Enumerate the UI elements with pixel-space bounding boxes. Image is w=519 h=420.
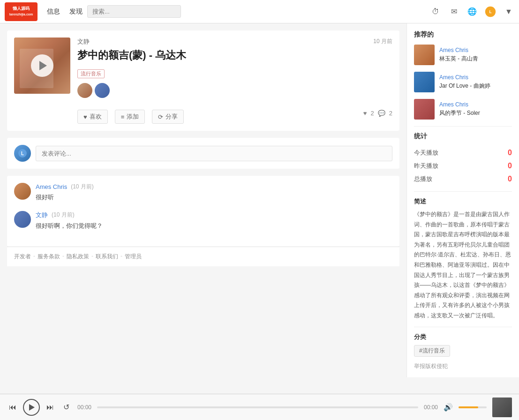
comment-text-1: 很好听 xyxy=(36,193,392,202)
share-label: 分享 xyxy=(165,112,178,121)
footer-terms[interactable]: 服务条款 xyxy=(38,253,60,261)
share-button[interactable]: ⟳ 分享 xyxy=(152,110,184,124)
comment-item-2: 文静 (10 月前) 很好听啊，你们觉得呢？ xyxy=(14,211,392,231)
rec-avatar-2 xyxy=(414,72,435,92)
globe-icon[interactable]: 🌐 xyxy=(466,6,478,17)
song-thumbnail xyxy=(14,38,70,94)
comment-logo-icon: L xyxy=(18,149,27,158)
comment-body-1: Ames Chris (10 月前) 很好听 xyxy=(36,183,392,202)
comment-text-2: 很好听啊，你们觉得呢？ xyxy=(36,221,392,231)
heart-icon: ♥ xyxy=(83,113,87,120)
song-header-left: 文静 梦中的额吉(蒙) - 乌达木 xyxy=(77,38,186,67)
left-panel: 文静 梦中的额吉(蒙) - 乌达木 10 月前 流行音乐 ♥ xyxy=(0,23,406,377)
comment-time-1: (10 月前) xyxy=(71,183,94,191)
rec-user-1: Ames Chris xyxy=(439,47,512,53)
category-tag[interactable]: #流行音乐 xyxy=(414,345,450,357)
song-title: 梦中的额吉(蒙) - 乌达木 xyxy=(77,48,186,62)
add-button[interactable]: ≡ 添加 xyxy=(115,110,145,124)
stat-today: 今天播放 0 xyxy=(414,146,512,159)
logo-text: 懒人源码larenzhijia.com xyxy=(9,6,33,17)
rec-info-1: Ames Chris 林玉英 - 高山青 xyxy=(439,47,512,63)
comment-body-2: 文静 (10 月前) 很好听啊，你们觉得呢？ xyxy=(36,211,392,231)
song-author: 文静 xyxy=(77,38,186,46)
stat-today-value: 0 xyxy=(508,149,512,157)
rec-user-3: Ames Chris xyxy=(439,101,512,108)
comment-input-section: L xyxy=(7,138,399,169)
song-tag[interactable]: 流行音乐 xyxy=(77,69,105,78)
nav-links: 信息 发现 xyxy=(47,8,83,16)
like-label: 喜欢 xyxy=(90,112,102,121)
footer-contact[interactable]: 联系我们 xyxy=(96,253,118,261)
svg-text:L: L xyxy=(489,9,491,14)
song-tag-container: 流行音乐 xyxy=(77,67,392,78)
comment-username-1[interactable]: Ames Chris xyxy=(36,183,67,190)
stat-total-value: 0 xyxy=(508,175,512,183)
report-link[interactable]: 举报版权侵犯 xyxy=(414,362,512,370)
song-avatar-1[interactable] xyxy=(77,83,92,98)
comment-user-avatar: L xyxy=(14,145,31,162)
top-navigation: 懒人源码larenzhijia.com 信息 发现 ⏱ ✉ 🌐 L ▼ xyxy=(0,0,519,23)
comment-avatar-2 xyxy=(14,211,31,228)
logo-badge-icon[interactable]: L xyxy=(485,6,496,17)
desc-text: 《梦中的额吉》是一首是由蒙古国人作词、作曲的一首歌曲，原本传唱于蒙古国，蒙古国歌… xyxy=(414,210,512,321)
footer: 开发者 - 服务条款 - 隐私政策 - 联系我们 - 管理员 xyxy=(7,247,399,266)
nav-discover[interactable]: 发现 xyxy=(69,8,83,16)
stat-yesterday-value: 0 xyxy=(508,162,512,170)
comment-header-1: Ames Chris (10 月前) xyxy=(36,183,392,191)
heart-count-icon: ♥ xyxy=(363,110,367,117)
song-avatar-2[interactable] xyxy=(95,83,110,98)
stat-yesterday: 昨天播放 0 xyxy=(414,159,512,172)
logo[interactable]: 懒人源码larenzhijia.com xyxy=(5,2,38,21)
comment-count-value: 2 xyxy=(389,110,392,117)
play-triangle-icon xyxy=(39,61,47,70)
desc-section: 简述 《梦中的额吉》是一首是由蒙古国人作词、作曲的一首歌曲，原本传唱于蒙古国，蒙… xyxy=(414,191,512,321)
rec-user-2: Ames Chris xyxy=(439,74,512,81)
stat-today-label: 今天播放 xyxy=(414,149,438,157)
category-section: 分类 #流行音乐 xyxy=(414,327,512,357)
rec-info-2: Ames Chris Jar Of Love - 曲婉婷 xyxy=(439,74,512,90)
like-button[interactable]: ♥ 喜欢 xyxy=(77,110,108,124)
stats-section: 统计 今天播放 0 昨天播放 0 总播放 0 xyxy=(414,126,512,186)
stat-total-label: 总播放 xyxy=(414,175,432,183)
song-card: 文静 梦中的额吉(蒙) - 乌达木 10 月前 流行音乐 ♥ xyxy=(7,30,399,131)
add-label: 添加 xyxy=(127,112,139,121)
song-play-button[interactable] xyxy=(31,54,53,77)
footer-sep-4: - xyxy=(120,253,122,261)
rec-item-1[interactable]: Ames Chris 林玉英 - 高山青 xyxy=(414,45,512,65)
clock-icon[interactable]: ⏱ xyxy=(430,6,441,17)
nav-right-icons: ⏱ ✉ 🌐 L ▼ xyxy=(430,6,514,17)
main-wrapper: 文静 梦中的额吉(蒙) - 乌达木 10 月前 流行音乐 ♥ xyxy=(0,23,519,377)
footer-sep-2: - xyxy=(62,253,64,261)
recommendations-list: Ames Chris 林玉英 - 高山青 Ames Chris Jar Of L… xyxy=(414,45,512,120)
stats-title: 统计 xyxy=(414,132,512,141)
comment-input[interactable] xyxy=(36,146,392,161)
rec-item-3[interactable]: Ames Chris 风的季节 - Soler xyxy=(414,99,512,120)
comment-time-2: (10 月前) xyxy=(52,211,75,219)
rec-avatar-1 xyxy=(414,45,435,65)
footer-dev[interactable]: 开发者 xyxy=(14,253,31,261)
comment-avatar-1 xyxy=(14,183,31,200)
share-icon: ⟳ xyxy=(158,113,163,120)
comment-username-2[interactable]: 文静 xyxy=(36,211,48,219)
category-title: 分类 xyxy=(414,333,512,341)
right-panel: 推荐的 Ames Chris 林玉英 - 高山青 Ames Chris Jar … xyxy=(406,23,519,377)
mail-icon[interactable]: ✉ xyxy=(448,6,459,17)
rec-song-2: Jar Of Love - 曲婉婷 xyxy=(439,82,512,90)
footer-privacy[interactable]: 隐私政策 xyxy=(67,253,89,261)
footer-admin[interactable]: 管理员 xyxy=(125,253,142,261)
rec-item-2[interactable]: Ames Chris Jar Of Love - 曲婉婷 xyxy=(414,72,512,92)
search-input[interactable] xyxy=(87,5,181,18)
song-date: 10 月前 xyxy=(373,38,392,45)
add-icon: ≡ xyxy=(121,113,125,120)
song-avatars xyxy=(77,83,392,98)
comment-item: Ames Chris (10 月前) 很好听 xyxy=(14,183,392,202)
rec-avatar-3 xyxy=(414,99,435,120)
stat-total: 总播放 0 xyxy=(414,172,512,186)
song-thumb-image xyxy=(14,38,70,94)
dropdown-icon[interactable]: ▼ xyxy=(503,6,514,17)
nav-info[interactable]: 信息 xyxy=(47,8,60,16)
recommend-title: 推荐的 xyxy=(414,30,512,39)
footer-sep-1: - xyxy=(33,253,35,261)
like-count-value: 2 xyxy=(371,110,374,117)
comment-count-icon: 💬 xyxy=(378,110,385,117)
